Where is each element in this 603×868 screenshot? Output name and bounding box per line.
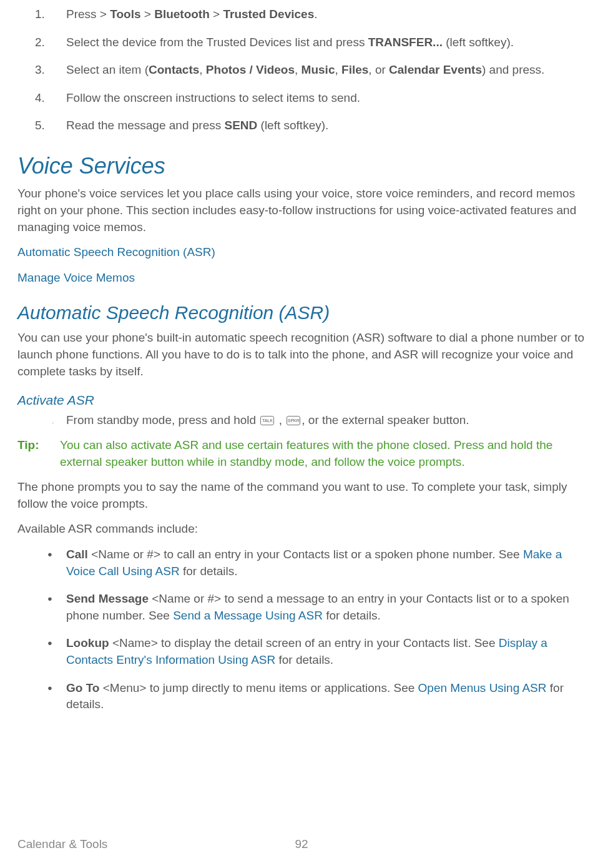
step-3: Select an item (Contacts, Photos / Video… <box>47 62 586 79</box>
cmd-link[interactable]: Open Menus Using ASR <box>418 681 547 694</box>
step-5: Read the message and press SEND (left so… <box>47 117 586 134</box>
step-4: Follow the onscreen instructions to sele… <box>47 90 586 107</box>
cmd-name: Call <box>66 548 88 561</box>
text: , or the external speaker button. <box>302 413 469 427</box>
numbered-steps: Press > Tools > Bluetooth > Trusted Devi… <box>17 6 586 134</box>
bold: Files <box>341 63 368 76</box>
cmd-link[interactable]: Send a Message Using ASR <box>173 609 323 622</box>
cmd-name: Go To <box>66 681 99 694</box>
heading-asr: Automatic Speech Recognition (ASR) <box>17 300 586 326</box>
bold: Photos / Videos <box>206 63 295 76</box>
list-item: Lookup <Name> to display the detail scre… <box>47 635 586 668</box>
text: Read the message and press <box>66 119 225 132</box>
list-item: Send Message <Name or #> to send a messa… <box>47 591 586 624</box>
cmd-name: Lookup <box>66 636 109 649</box>
step-1: Press > Tools > Bluetooth > Trusted Devi… <box>47 6 586 23</box>
activate-asr-step: . From standby mode, press and hold TALK… <box>40 412 586 429</box>
text: for details. <box>323 609 381 622</box>
tip-block: Tip: You can also activate ASR and use c… <box>17 437 586 470</box>
asr-command-list: Call <Name or #> to call an entry in you… <box>17 546 586 713</box>
bold: Contacts <box>149 63 199 76</box>
list-item: Go To <Menu> to jump directly to menu it… <box>47 680 586 713</box>
bold: Calendar Events <box>389 63 482 76</box>
step-2: Select the device from the Trusted Devic… <box>47 34 586 51</box>
list-item: Call <Name or #> to call an entry in you… <box>47 546 586 579</box>
footer-section: Calendar & Tools <box>17 836 107 853</box>
voice-services-intro: Your phone's voice services let you plac… <box>17 185 586 235</box>
text: . <box>314 7 317 21</box>
text: From standby mode, press and hold <box>66 413 259 427</box>
text: Select the device from the Trusted Devic… <box>66 36 368 49</box>
bold: SEND <box>225 119 258 132</box>
speaker-key-icon: SPKR <box>287 416 300 425</box>
text: Select an item ( <box>66 63 149 76</box>
text: <Menu> to jump directly to menu items or… <box>99 681 418 694</box>
toc-link-asr[interactable]: Automatic Speech Recognition (ASR) <box>17 244 586 261</box>
text: <Name> to display the detail screen of a… <box>109 636 499 649</box>
tip-label: Tip: <box>17 437 60 470</box>
after-tip-paragraph: The phone prompts you to say the name of… <box>17 479 586 512</box>
text: <Name or #> to call an entry in your Con… <box>88 548 523 561</box>
bold: Trusted Devices <box>223 7 314 21</box>
toc-link-memos[interactable]: Manage Voice Memos <box>17 270 586 287</box>
text: ) and press. <box>482 63 544 76</box>
text: for details. <box>180 565 238 578</box>
text: Press > <box>66 7 110 21</box>
footer-page-number: 92 <box>295 836 308 853</box>
text: for details. <box>275 653 333 666</box>
bold: Tools <box>110 7 140 21</box>
step-body: From standby mode, press and hold TALK ,… <box>66 412 469 429</box>
cmd-name: Send Message <box>66 592 149 605</box>
text: (left softkey). <box>443 36 514 49</box>
text: Follow the onscreen instructions to sele… <box>66 91 360 104</box>
bold: Music <box>302 63 335 76</box>
step-marker-icon: . <box>40 412 66 429</box>
heading-voice-services: Voice Services <box>17 150 586 182</box>
tip-body: You can also activate ASR and use certai… <box>60 437 586 470</box>
bold: Bluetooth <box>154 7 210 21</box>
text: (left softkey). <box>257 119 328 132</box>
available-commands-hdr: Available ASR commands include: <box>17 521 586 538</box>
talk-key-icon: TALK <box>260 416 274 425</box>
heading-activate-asr: Activate ASR <box>17 391 586 409</box>
page-footer: Calendar & Tools 92 <box>17 836 586 853</box>
asr-intro: You can use your phone's built-in automa… <box>17 330 586 380</box>
bold: TRANSFER... <box>368 36 443 49</box>
